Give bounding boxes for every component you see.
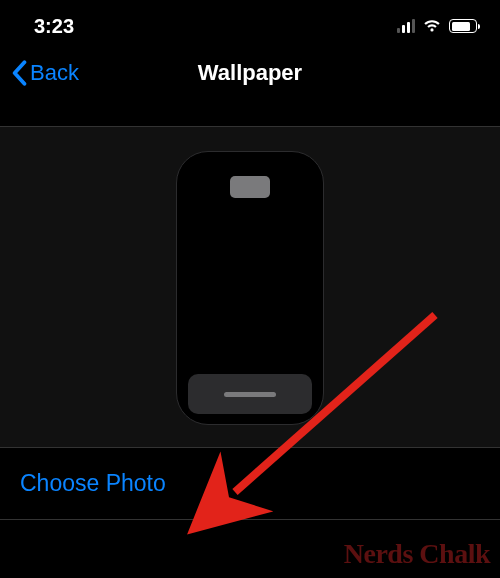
device-wallpaper-preview[interactable] [176, 151, 324, 425]
wifi-icon [422, 19, 442, 33]
preview-notch [230, 176, 270, 198]
back-label: Back [30, 60, 79, 86]
cellular-signal-icon [397, 19, 415, 33]
watermark-text: Nerds Chalk [344, 538, 490, 570]
nav-bar: Back Wallpaper [0, 48, 500, 98]
chevron-left-icon [10, 60, 28, 86]
battery-icon [449, 19, 480, 33]
preview-home-indicator [224, 392, 276, 397]
status-bar: 3:23 [0, 0, 500, 48]
status-indicators [397, 19, 480, 33]
choose-photo-button[interactable]: Choose Photo [0, 448, 500, 520]
status-time: 3:23 [34, 15, 74, 38]
wallpaper-preview-section [0, 126, 500, 448]
back-button[interactable]: Back [10, 60, 79, 86]
page-title: Wallpaper [198, 60, 302, 86]
preview-dock [188, 374, 312, 414]
